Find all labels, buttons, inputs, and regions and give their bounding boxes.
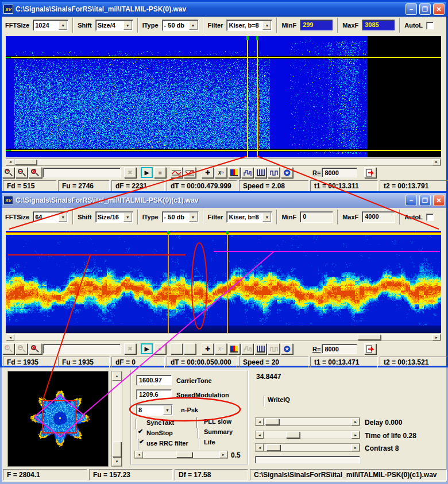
chevron-down-icon[interactable]: ▼ — [189, 21, 198, 30]
time-of-life-thumb[interactable] — [286, 432, 300, 438]
chevron-down-icon[interactable]: ▼ — [163, 405, 172, 415]
chevron-down-icon[interactable]: ▼ — [123, 21, 132, 30]
rate-field[interactable]: 8000 — [322, 344, 357, 354]
minf-field[interactable]: 299 — [300, 20, 333, 31]
export-icon[interactable] — [364, 343, 376, 354]
constellation-vscroll[interactable]: ▲ ▼ — [111, 371, 122, 467]
circle-star-icon[interactable]: ✪ — [281, 167, 293, 178]
spectrogram-1[interactable] — [6, 36, 441, 157]
summary-checkbox[interactable] — [198, 428, 199, 439]
maximize-icon[interactable]: ❐ — [419, 195, 431, 206]
filter-combo[interactable]: Kiser, b=8▼ — [226, 20, 272, 31]
chevron-down-icon[interactable]: ▼ — [262, 212, 271, 222]
hscroll-thumb-2[interactable] — [358, 335, 381, 340]
scroll-right-icon[interactable]: ► — [352, 418, 360, 425]
synctakt-checkbox[interactable] — [136, 419, 137, 429]
crosshair-icon[interactable]: ✚ — [202, 343, 214, 354]
minf-field[interactable]: 0 — [300, 211, 333, 223]
scroll-left-icon[interactable]: ◄ — [6, 159, 14, 165]
nonstop-checkbox[interactable] — [137, 429, 138, 440]
scroll-down-icon[interactable]: ▼ — [112, 457, 122, 466]
close-icon[interactable]: ✕ — [433, 195, 445, 206]
maximize-icon[interactable]: ❐ — [419, 3, 431, 15]
envelope-high-icon[interactable] — [184, 343, 196, 354]
hscrollbar-2[interactable]: ◄ ► — [6, 334, 441, 341]
rate-field[interactable]: 8000 — [322, 168, 357, 177]
scroll-up-icon[interactable]: ▲ — [112, 371, 122, 381]
comb-icon[interactable] — [254, 167, 267, 178]
scroll-right-icon[interactable]: ► — [352, 444, 360, 451]
minimize-icon[interactable]: – — [405, 3, 417, 15]
clear-x-icon[interactable]: ✖ — [124, 343, 136, 354]
npsk-combo[interactable]: 8▼ — [136, 404, 173, 416]
fftsize-combo[interactable]: 1024▼ — [33, 20, 68, 31]
maxf-field[interactable]: 4000 — [362, 211, 395, 223]
time-of-life-slider[interactable]: ◄ ► — [255, 431, 360, 439]
itype-combo[interactable]: - 50 db▼ — [162, 211, 199, 223]
square-wave-icon[interactable] — [268, 167, 280, 178]
scroll-right-icon[interactable]: ► — [432, 159, 441, 165]
envelope-low-icon[interactable] — [171, 167, 183, 178]
zoom-out-icon[interactable]: – — [16, 167, 28, 178]
chevron-down-icon[interactable]: ▼ — [59, 212, 67, 222]
pll-slow-checkbox[interactable] — [196, 417, 198, 428]
envelope-low-icon[interactable] — [171, 343, 183, 354]
scroll-left-icon[interactable]: ◄ — [256, 444, 264, 451]
circle-star-icon[interactable]: ✪ — [281, 343, 293, 354]
power-icon[interactable]: xⁿ — [215, 167, 227, 178]
chevron-down-icon[interactable]: ▼ — [59, 21, 67, 30]
zoom-in-icon[interactable]: + — [2, 167, 14, 178]
waveform-icon[interactable] — [241, 343, 253, 354]
scroll-left-icon[interactable]: ◄ — [256, 431, 264, 439]
play-icon[interactable]: ▶ — [141, 343, 153, 354]
life-checkbox[interactable] — [199, 438, 200, 449]
marker-input[interactable] — [43, 168, 121, 177]
autol-checkbox[interactable] — [426, 22, 434, 29]
scroll-left-icon[interactable]: ◄ — [135, 451, 143, 458]
filter-combo[interactable]: Kiser, b=8▼ — [226, 211, 272, 223]
chevron-down-icon[interactable]: ▼ — [189, 212, 198, 222]
clear-x-icon[interactable]: ✖ — [124, 167, 136, 178]
histogram-icon[interactable] — [228, 167, 240, 178]
phase-thumb[interactable] — [176, 452, 192, 458]
delay-slider[interactable]: ◄ ► — [255, 417, 360, 426]
spectrogram-2[interactable] — [6, 231, 441, 333]
scroll-right-icon[interactable]: ► — [219, 451, 227, 458]
autol-checkbox[interactable] — [426, 214, 434, 221]
stop-icon[interactable]: ■ — [154, 343, 166, 354]
scroll-left-icon[interactable]: ◄ — [6, 334, 14, 340]
speed-modulation-field[interactable]: 1209.6 — [136, 389, 172, 400]
shift-combo[interactable]: Size/4▼ — [95, 20, 133, 31]
waveform-icon[interactable] — [241, 167, 253, 178]
constellation-display[interactable] — [8, 371, 108, 466]
minimize-icon[interactable]: – — [405, 195, 417, 206]
maxf-field[interactable]: 3085 — [362, 20, 395, 31]
zoom-cancel-icon[interactable]: ✕ — [29, 343, 42, 354]
crosshair-icon[interactable]: ✚ — [202, 167, 214, 178]
hscroll-thumb-1[interactable] — [15, 160, 37, 165]
export-icon[interactable] — [364, 167, 376, 178]
contrast-thumb[interactable] — [267, 444, 280, 451]
chevron-down-icon[interactable]: ▼ — [262, 21, 271, 30]
power-icon[interactable]: xⁿ — [215, 343, 227, 354]
scroll-left-icon[interactable]: ◄ — [256, 418, 264, 425]
play-icon[interactable]: ▶ — [141, 167, 153, 178]
envelope-high-icon[interactable] — [184, 167, 196, 178]
titlebar-2[interactable]: SV C:\Signals\SinalsForRS\ital_mil\ITALM… — [2, 193, 446, 208]
rrc-filter-checkbox[interactable] — [138, 439, 139, 450]
chevron-down-icon[interactable]: ▼ — [123, 212, 132, 222]
zoom-cancel-icon[interactable]: ✕ — [29, 167, 42, 178]
itype-combo[interactable]: - 50 db▼ — [162, 20, 199, 31]
zoom-in-icon[interactable]: + — [2, 343, 14, 354]
marker-input[interactable] — [43, 344, 121, 354]
shift-combo[interactable]: Size/16▼ — [95, 211, 133, 223]
zoom-out-icon[interactable]: – — [16, 343, 28, 354]
delay-thumb[interactable] — [265, 419, 279, 425]
contrast-slider[interactable]: ◄ ► — [255, 443, 360, 452]
titlebar-1[interactable]: SV C:\Signals\SinalsForRS\ital_mil\ITALM… — [2, 2, 446, 17]
fftsize-combo[interactable]: 64▼ — [33, 211, 68, 223]
stop-icon[interactable]: ■ — [154, 167, 166, 178]
scroll-right-icon[interactable]: ► — [432, 334, 441, 340]
histogram-icon[interactable] — [228, 343, 240, 354]
vscroll-thumb[interactable] — [113, 442, 121, 457]
